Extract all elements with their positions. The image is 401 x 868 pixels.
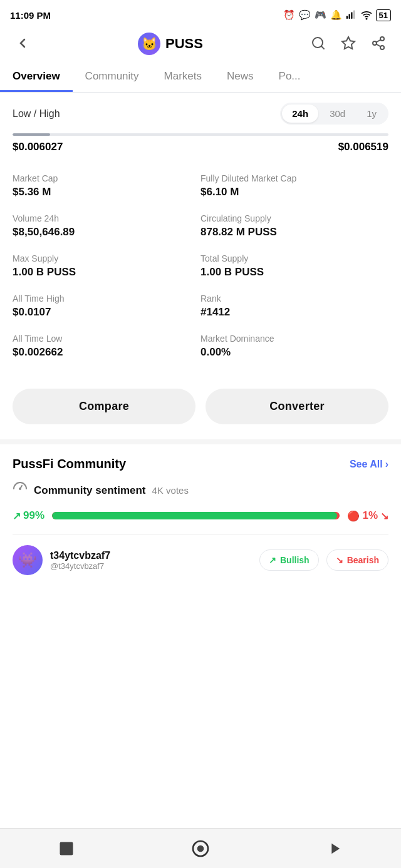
stat-fully-diluted: Fully Diluted Market Cap $6.10 M [200, 166, 388, 206]
nav-home-button[interactable] [190, 839, 211, 859]
stat-max-supply: Max Supply 1.00 B PUSS [13, 246, 200, 286]
svg-point-4 [366, 18, 367, 19]
notification-icon: 🔔 [330, 9, 342, 21]
price-high: $0.006519 [338, 141, 388, 153]
arrow-up-icon: ↗ [13, 510, 21, 522]
price-low: $0.006027 [13, 141, 63, 153]
svg-marker-6 [342, 37, 355, 49]
tab-portfolio[interactable]: Po... [266, 63, 313, 92]
sentiment-bar-fill [52, 512, 337, 519]
back-button[interactable] [13, 33, 33, 55]
tab-markets[interactable]: Markets [152, 63, 214, 92]
svg-point-12 [19, 488, 21, 489]
stat-all-time-low-label: All Time Low [13, 334, 200, 344]
stat-total-supply: Total Supply 1.00 B PUSS [200, 246, 388, 286]
community-header: PussFi Community See All › [13, 457, 388, 471]
header: 🐱 PUSS [0, 28, 401, 63]
svg-rect-3 [353, 11, 355, 19]
stat-all-time-high: All Time High $0.0107 [13, 286, 200, 326]
user-name: t34ytcvbzaf7 [50, 550, 110, 561]
user-details: t34ytcvbzaf7 @t34ytcvbzaf7 [50, 550, 110, 571]
svg-line-11 [377, 39, 381, 42]
svg-rect-2 [351, 13, 352, 19]
arrow-down-icon: ↘ [380, 510, 388, 522]
stat-total-supply-label: Total Supply [200, 253, 388, 263]
svg-line-10 [377, 44, 381, 46]
user-info: 👾 t34ytcvbzaf7 @t34ytcvbzaf7 [13, 545, 110, 575]
stat-volume-24h-label: Volume 24h [13, 213, 200, 223]
sentiment-row: Community sentiment 4K votes [13, 481, 388, 499]
gamepad-icon: 🎮 [315, 9, 326, 21]
stat-volume-24h: Volume 24h $8,50,646.89 [13, 206, 200, 246]
header-title: PUSS [165, 36, 203, 52]
nav-square-button[interactable] [58, 840, 75, 857]
time-btn-1y[interactable]: 1y [357, 105, 387, 123]
square-icon [58, 840, 75, 857]
stat-market-dominance-label: Market Dominance [200, 334, 388, 344]
sentiment-icon [13, 481, 28, 499]
price-range-fill [13, 133, 50, 136]
bottom-nav [0, 828, 401, 868]
discord-icon: 💬 [299, 9, 311, 21]
stat-max-supply-label: Max Supply [13, 253, 200, 263]
sentiment-bar-row: ↗ 99% 🔴 1% ↘ [13, 509, 388, 522]
tab-overview[interactable]: Overview [0, 63, 73, 92]
stat-market-dominance: Market Dominance 0.00% [200, 326, 388, 366]
stat-all-time-high-value: $0.0107 [13, 306, 200, 319]
compare-button[interactable]: Compare [13, 389, 195, 424]
bullish-icon: ↗ [269, 555, 276, 565]
price-range-bar [13, 133, 388, 136]
status-icons: ⏰ 💬 🎮 🔔 51 [283, 9, 391, 21]
sentiment-title: Community sentiment [34, 484, 146, 497]
favorite-button[interactable] [338, 33, 358, 55]
stat-fully-diluted-value: $6.10 M [200, 186, 388, 198]
community-title: PussFi Community [13, 457, 126, 471]
see-all-button[interactable]: See All › [350, 459, 388, 470]
sentiment-negative: 🔴 1% ↘ [347, 509, 388, 522]
main-content: Low / High 24h 30d 1y $0.006027 $0.00651… [0, 93, 401, 595]
converter-button[interactable]: Converter [206, 389, 388, 424]
search-button[interactable] [308, 33, 328, 55]
stat-rank-label: Rank [200, 294, 388, 304]
sentiment-votes: 4K votes [152, 485, 189, 496]
sentiment-positive: ↗ 99% [13, 509, 44, 522]
stat-all-time-high-label: All Time High [13, 294, 200, 304]
stat-rank: Rank #1412 [200, 286, 388, 326]
tabs: Overview Community Markets News Po... [0, 63, 401, 93]
low-high-label: Low / High [13, 108, 60, 120]
bearish-icon: ↘ [336, 555, 343, 565]
stat-market-cap-value: $5.36 M [13, 186, 200, 198]
stat-circulating-supply: Circulating Supply 878.82 M PUSS [200, 206, 388, 246]
stat-market-cap: Market Cap $5.36 M [13, 166, 200, 206]
header-center: 🐱 PUSS [138, 33, 203, 55]
user-card: 👾 t34ytcvbzaf7 @t34ytcvbzaf7 ↗ Bullish ↘… [13, 534, 388, 585]
share-button[interactable] [368, 33, 388, 55]
coin-avatar: 🐱 [138, 33, 160, 55]
stat-volume-24h-value: $8,50,646.89 [13, 226, 200, 238]
tab-community[interactable]: Community [73, 63, 152, 92]
svg-rect-0 [346, 16, 347, 19]
tab-news[interactable]: News [214, 63, 266, 92]
user-actions: ↗ Bullish ↘ Bearish [259, 549, 388, 571]
bearish-button[interactable]: ↘ Bearish [326, 549, 388, 571]
wifi-icon [361, 9, 372, 21]
stat-market-cap-label: Market Cap [13, 173, 200, 183]
bullish-button[interactable]: ↗ Bullish [259, 549, 319, 571]
stat-circulating-supply-value: 878.82 M PUSS [200, 226, 388, 238]
stat-all-time-low-value: $0.002662 [13, 346, 200, 359]
signal-icon [346, 9, 357, 21]
action-buttons: Compare Converter [0, 374, 401, 439]
battery-icon: 51 [376, 9, 391, 21]
stat-market-dominance-value: 0.00% [200, 346, 388, 359]
nav-back-button[interactable] [326, 840, 343, 857]
sentiment-bar [52, 512, 340, 519]
header-actions [308, 33, 388, 55]
community-section: PussFi Community See All › Community sen… [0, 439, 401, 595]
svg-rect-1 [348, 14, 350, 19]
time-btn-24h[interactable]: 24h [282, 105, 318, 123]
triangle-icon [326, 840, 343, 857]
time-btn-30d[interactable]: 30d [320, 105, 355, 123]
svg-marker-16 [331, 843, 340, 853]
stat-circulating-supply-label: Circulating Supply [200, 213, 388, 223]
chevron-right-icon: › [385, 459, 388, 470]
